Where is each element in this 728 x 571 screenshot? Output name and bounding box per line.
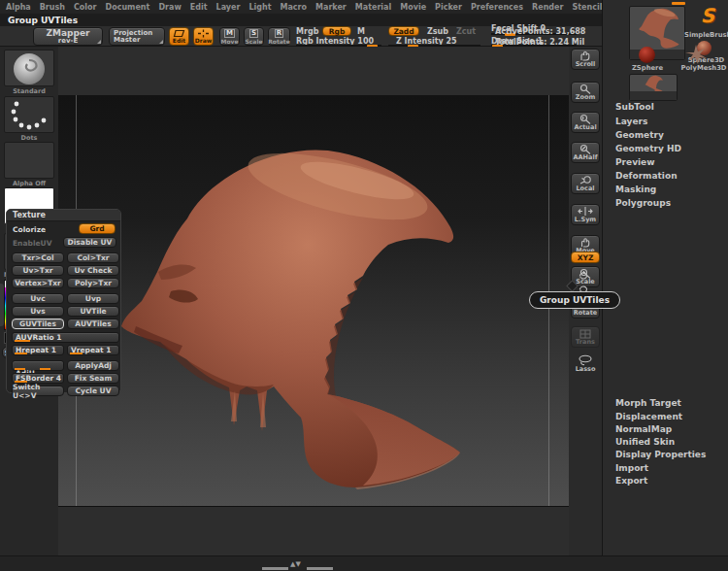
lsym-button[interactable]: L.Sym	[571, 204, 600, 225]
auvtiles-button[interactable]: AUVTiles	[67, 319, 119, 329]
fix-seam-button[interactable]: Fix Seam	[67, 373, 119, 384]
scale-button[interactable]: S Scale	[244, 27, 264, 46]
colorize-label[interactable]: Colorize	[13, 225, 46, 234]
section-display-properties[interactable]: Display Properties	[615, 450, 706, 459]
adj-uv-cell[interactable]: AdjU AdjV	[12, 360, 64, 371]
menu-edit[interactable]: Edit	[190, 3, 208, 12]
txr-col-button[interactable]: Txr>Col	[12, 252, 64, 263]
local-button[interactable]: Local	[571, 173, 600, 194]
poly-txr-button[interactable]: Poly>Txr	[67, 278, 119, 288]
menu-layer[interactable]: Layer	[216, 3, 241, 12]
auvratio-slider[interactable]: AUVRatio 1	[12, 332, 119, 343]
section-masking[interactable]: Masking	[615, 185, 656, 194]
section-morph-target[interactable]: Morph Target	[615, 398, 681, 408]
uvc-button[interactable]: Uvc	[12, 293, 64, 304]
alien-model[interactable]	[66, 136, 483, 505]
adjv-handle[interactable]	[40, 368, 50, 370]
section-displacement[interactable]: Displacement	[615, 412, 682, 421]
menu-marker[interactable]: Marker	[315, 3, 347, 12]
projection-master-button[interactable]: Projection Master	[109, 27, 165, 46]
col-txr-button[interactable]: Col>Txr	[67, 252, 119, 263]
menu-picker[interactable]: Picker	[435, 3, 462, 12]
vrepeat-handle[interactable]	[70, 353, 83, 354]
rotate-button[interactable]: R Rotate	[268, 27, 290, 46]
disable-uv-button[interactable]: Disable UV	[63, 237, 116, 248]
section-layers[interactable]: Layers	[615, 117, 647, 126]
section-unified-skin[interactable]: Unified Skin	[615, 437, 675, 447]
current-stroke-thumbnail[interactable]	[4, 96, 54, 133]
tool-simplebrush[interactable]: S	[691, 4, 724, 29]
section-preview[interactable]: Preview	[615, 157, 655, 167]
switch-uv-button[interactable]: Switch U<>V	[12, 386, 64, 396]
uvp-button[interactable]: Uvp	[67, 293, 119, 304]
menu-alpha[interactable]: Alpha	[6, 3, 31, 12]
document-canvas[interactable]	[58, 47, 569, 555]
m-toggle[interactable]: M	[357, 27, 365, 36]
palette-scroll-handle[interactable]	[672, 2, 685, 5]
menu-render[interactable]: Render	[532, 3, 563, 12]
tray-divider-right-bar[interactable]	[307, 567, 333, 570]
menu-movie[interactable]: Movie	[400, 3, 426, 12]
mrgb-toggle[interactable]: Mrgb	[296, 27, 318, 36]
menu-preferences[interactable]: Preferences	[471, 3, 523, 12]
uvtile-button[interactable]: UVTile	[67, 306, 119, 317]
texture-panel-header[interactable]: Texture	[7, 210, 120, 221]
recent-tool-thumbnail[interactable]: once_2M	[629, 74, 678, 101]
xyz-constraint-button[interactable]: XYZ	[571, 252, 600, 263]
auvratio-handle[interactable]	[15, 340, 30, 342]
tray-divider-handle[interactable]	[0, 284, 4, 326]
zoom3d-button[interactable]: Zoom	[571, 82, 600, 103]
tool-polymesh3d[interactable]	[685, 45, 707, 64]
hrepeat-slider[interactable]: Hrepeat 1	[12, 345, 64, 355]
section-export[interactable]: Export	[615, 476, 647, 486]
menu-stencil[interactable]: Stencil	[572, 3, 602, 12]
section-subtool[interactable]: SubTool	[615, 102, 654, 112]
adju-handle[interactable]	[15, 368, 25, 370]
cycle-uv-button[interactable]: Cycle UV	[67, 386, 119, 396]
edit-button[interactable]: Edit	[169, 27, 189, 46]
section-geometry-hd[interactable]: Geometry HD	[615, 144, 681, 153]
tray-expand-arrows-icon[interactable]: ▲▼	[290, 560, 301, 568]
applyadj-label: ApplyAdj	[75, 361, 112, 370]
menu-color[interactable]: Color	[74, 3, 97, 12]
zadd-toggle[interactable]: Zadd	[388, 26, 419, 36]
vrepeat-slider[interactable]: Vrepeat 1	[67, 345, 119, 355]
section-import[interactable]: Import	[615, 463, 648, 473]
section-deformation[interactable]: Deformation	[615, 171, 678, 181]
draw-button[interactable]: Draw	[193, 27, 214, 46]
tray-divider-left-bar[interactable]	[262, 567, 288, 570]
section-normalmap[interactable]: NormalMap	[615, 424, 672, 434]
menu-draw[interactable]: Draw	[158, 3, 181, 12]
tool-zsphere[interactable]	[639, 47, 655, 63]
menu-brush[interactable]: Brush	[40, 3, 65, 12]
uv-check-label: Uv Check	[75, 266, 113, 275]
aahalf-button[interactable]: AAHalf	[571, 142, 600, 163]
uvs-button[interactable]: Uvs	[12, 306, 64, 317]
lasso-button[interactable]: Lasso	[571, 352, 600, 375]
current-brush-thumbnail[interactable]	[4, 50, 54, 86]
rgb-toggle[interactable]: Rgb	[322, 26, 351, 36]
zsub-toggle[interactable]: Zsub	[427, 27, 448, 36]
current-alpha-thumbnail[interactable]	[4, 142, 54, 179]
move-button[interactable]: M Move	[219, 27, 240, 46]
hrepeat-handle[interactable]	[15, 353, 27, 354]
actual-button[interactable]: Actual	[571, 112, 600, 133]
applyadj-button[interactable]: ApplyAdj	[67, 360, 119, 371]
section-polygroups[interactable]: Polygroups	[615, 198, 671, 208]
uv-txr-button[interactable]: Uv>Txr	[12, 265, 64, 276]
menu-light[interactable]: Light	[248, 3, 271, 12]
grd-label: Grd	[89, 224, 104, 233]
guvtiles-button[interactable]: GUVTiles	[12, 319, 64, 329]
document-area[interactable]	[58, 95, 569, 507]
menu-macro[interactable]: Macro	[280, 3, 307, 12]
menu-material[interactable]: Material	[355, 3, 391, 12]
menu-document[interactable]: Document	[106, 3, 150, 12]
scroll-button[interactable]: Scroll	[571, 49, 600, 70]
section-geometry[interactable]: Geometry	[615, 130, 664, 140]
grd-button[interactable]: Grd	[79, 223, 116, 234]
active-tool-thumbnail[interactable]: once_2M	[629, 6, 685, 60]
uv-check-button[interactable]: Uv Check	[67, 265, 119, 276]
vertex-txr-button[interactable]: Vertex>Txr	[12, 278, 64, 288]
zmapper-button[interactable]: ZMapper rev-E	[33, 27, 103, 46]
guvtiles-label: GUVTiles	[19, 319, 56, 328]
